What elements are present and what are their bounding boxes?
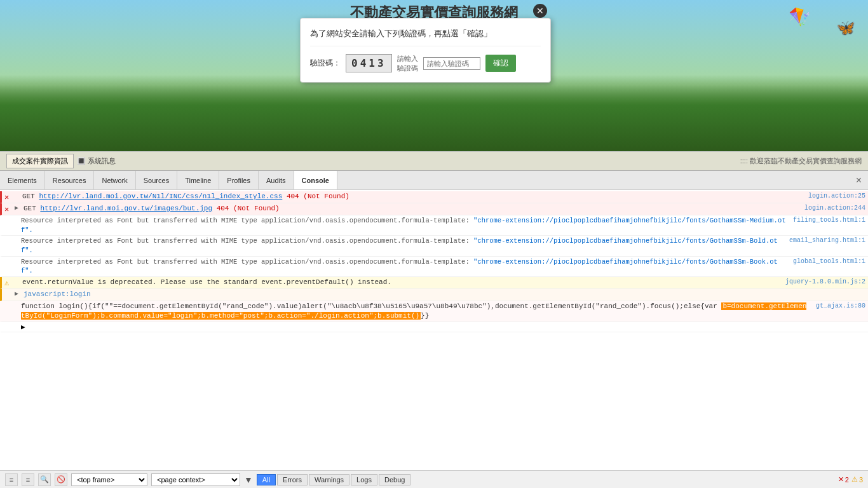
devtools-panel: ElementsResourcesNetworkSourcesTimelineP… bbox=[0, 170, 868, 488]
devtools-tab-audits[interactable]: Audits bbox=[259, 171, 294, 189]
console-row-content: javascript:login bbox=[24, 290, 865, 299]
filter-funnel-icon[interactable]: ▼ bbox=[244, 475, 253, 485]
devtools-toolbar: ElementsResourcesNetworkSourcesTimelineP… bbox=[0, 171, 868, 190]
console-row-content: event.returnValue is deprecated. Please … bbox=[22, 278, 780, 287]
console-row-content: GET http://lvr.land.moi.gov.tw/N1l/INC/c… bbox=[22, 192, 803, 201]
console-row-content: Resource interpreted as Font but transfe… bbox=[21, 257, 788, 276]
devtools-tab-timeline[interactable]: Timeline bbox=[177, 171, 219, 189]
console-row: function login(){if(""==document.getElem… bbox=[0, 301, 868, 323]
expand-arrow[interactable]: ▶ bbox=[21, 323, 25, 331]
console-row: ✕▶GET http://lvr.land.moi.gov.tw/images/… bbox=[0, 203, 868, 215]
city-silhouette bbox=[0, 75, 868, 151]
filter-tabs: AllErrorsWarningsLogsDebug bbox=[257, 474, 411, 485]
captcha-modal: 為了網站安全請輸入下列驗證碼，再點選「確認」 驗證碼： 0413 請輸入 驗證碼… bbox=[300, 18, 551, 83]
context-selector[interactable]: <page context> bbox=[151, 473, 240, 486]
console-collapse-btn[interactable]: ≡ bbox=[22, 473, 34, 486]
error-icon: ✕ bbox=[4, 192, 13, 202]
console-link[interactable]: http://lvr.land.moi.gov.tw/N1l/INC/css/n… bbox=[39, 193, 282, 200]
filter-tab-debug[interactable]: Debug bbox=[379, 474, 410, 485]
captcha-input[interactable] bbox=[423, 57, 480, 70]
captcha-hint: 請輸入 驗證碼 bbox=[397, 54, 418, 72]
console-link[interactable]: http://lvr.land.moi.gov.tw/images/but.jp… bbox=[40, 205, 212, 212]
warning-count: 3 bbox=[859, 476, 863, 484]
expand-indicator bbox=[4, 290, 13, 290]
error-count: 2 bbox=[845, 476, 849, 484]
frame-selector[interactable]: <top frame> bbox=[71, 473, 147, 486]
console-row-source: filing_tools.html:1 bbox=[793, 216, 865, 224]
warning-icon: ⚠ bbox=[4, 278, 13, 288]
system-message: 🔳 系統訊息 bbox=[77, 156, 116, 166]
console-row: ✕GET http://lvr.land.moi.gov.tw/N1l/INC/… bbox=[0, 191, 868, 203]
confirm-button[interactable]: 確認 bbox=[485, 55, 516, 72]
butterfly-decoration: 🦋 bbox=[836, 19, 855, 37]
captcha-label: 驗證碼： bbox=[310, 58, 341, 69]
code-highlight: b=document.getElementById("LoginForm");b… bbox=[21, 302, 806, 320]
console-row-content: Resource interpreted as Font but transfe… bbox=[21, 236, 784, 255]
error-icon: ✕ bbox=[4, 204, 13, 214]
javascript-link[interactable]: javascript:login bbox=[24, 290, 91, 298]
console-row: Resource interpreted as Font but transfe… bbox=[0, 236, 868, 256]
kite-decoration: 🪁 bbox=[789, 6, 811, 27]
captcha-row: 驗證碼： 0413 請輸入 驗證碼 確認 bbox=[310, 54, 541, 72]
captcha-hint-line1: 請輸入 bbox=[397, 54, 418, 63]
console-row: Resource interpreted as Font but transfe… bbox=[0, 215, 868, 236]
filter-tab-all[interactable]: All bbox=[257, 474, 276, 485]
website-bottom-bar: 成交案件實際資訊 🔳 系統訊息 :::: 歡迎蒞臨不動產交易實價查詢服務網 bbox=[0, 151, 868, 170]
console-row-source: global_tools.html:1 bbox=[793, 257, 865, 265]
console-row-source: gt_ajax.is:80 bbox=[816, 302, 865, 309]
error-badge: ✕ 2 bbox=[838, 475, 849, 484]
console-area[interactable]: ✕GET http://lvr.land.moi.gov.tw/N1l/INC/… bbox=[0, 190, 868, 470]
expand-arrow[interactable]: ▶ bbox=[15, 290, 22, 297]
bottom-left: 成交案件實際資訊 🔳 系統訊息 bbox=[6, 154, 116, 168]
console-row-source: login.action:244 bbox=[804, 204, 865, 212]
bottom-badges: ✕ 2 ⚠ 3 bbox=[838, 475, 863, 484]
modal-message: 為了網站安全請輸入下列驗證碼，再點選「確認」 bbox=[310, 28, 541, 46]
console-row: ⚠event.returnValue is deprecated. Please… bbox=[0, 277, 868, 289]
website-area: 不動產交易實價查詢服務網 🪁 🦋 ✕ 為了網站安全請輸入下列驗證碼，再點選「確認… bbox=[0, 0, 868, 170]
console-code-row: function login(){if(""==document.getElem… bbox=[21, 302, 811, 322]
filter-tab-warnings[interactable]: Warnings bbox=[309, 474, 349, 485]
modal-close-button[interactable]: ✕ bbox=[533, 4, 547, 18]
ticker-text: :::: 歡迎蒞臨不動產交易實價查詢服務網 bbox=[740, 156, 862, 166]
devtools-close-button[interactable]: × bbox=[850, 171, 868, 189]
console-row: Resource interpreted as Font but transfe… bbox=[0, 257, 868, 277]
devtools-tab-console[interactable]: Console bbox=[294, 171, 337, 189]
devtools-tab-resources[interactable]: Resources bbox=[45, 171, 95, 189]
chrome-extension-link: "chrome-extension://pioclpoplcdbaefihamj… bbox=[21, 258, 778, 275]
devtools-tab-network[interactable]: Network bbox=[94, 171, 135, 189]
warning-badge: ⚠ 3 bbox=[851, 475, 863, 484]
filter-tab-logs[interactable]: Logs bbox=[351, 474, 377, 485]
console-row-source: email_sharing.html:1 bbox=[789, 236, 865, 244]
filter-tab-errors[interactable]: Errors bbox=[277, 474, 308, 485]
transaction-button[interactable]: 成交案件實際資訊 bbox=[6, 154, 74, 168]
console-row-source: jquery-1.8.0.min.js:2 bbox=[785, 278, 865, 285]
console-row: ▶javascript:login bbox=[0, 289, 868, 301]
chrome-extension-link: "chrome-extension://pioclpoplcdbaefihamj… bbox=[21, 217, 786, 234]
console-row-content: Resource interpreted as Font but transfe… bbox=[21, 216, 788, 234]
warning-icon: ⚠ bbox=[851, 475, 858, 484]
devtools-tab-profiles[interactable]: Profiles bbox=[219, 171, 259, 189]
console-block-btn[interactable]: 🚫 bbox=[55, 473, 67, 486]
error-icon: ✕ bbox=[838, 475, 844, 484]
devtools-tab-sources[interactable]: Sources bbox=[136, 171, 177, 189]
console-search-btn[interactable]: 🔍 bbox=[38, 473, 51, 486]
expand-arrow[interactable]: ▶ bbox=[15, 204, 22, 212]
captcha-hint-line2: 驗證碼 bbox=[397, 64, 418, 72]
console-row: ▶ bbox=[0, 322, 868, 332]
console-row-source: login.action:25 bbox=[808, 192, 865, 200]
chrome-extension-link: "chrome-extension://pioclpoplcdbaefihamj… bbox=[21, 237, 778, 254]
console-bottom-bar: ≡ ≡ 🔍 🚫 <top frame> <page context> ▼ All… bbox=[0, 470, 868, 488]
console-clear-btn[interactable]: ≡ bbox=[5, 473, 18, 486]
console-row-content: GET http://lvr.land.moi.gov.tw/images/bu… bbox=[24, 204, 799, 214]
captcha-image: 0413 bbox=[346, 54, 392, 72]
devtools-tab-elements[interactable]: Elements bbox=[0, 171, 45, 189]
